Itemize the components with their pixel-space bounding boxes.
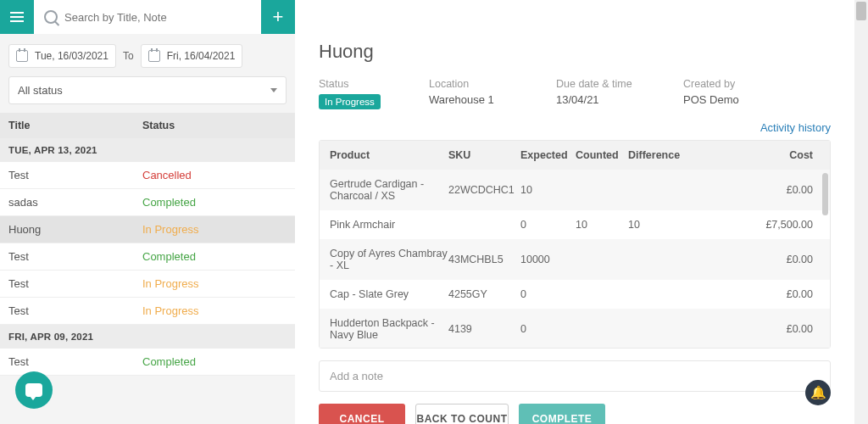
cell-expected: 0 (520, 219, 576, 231)
list-item[interactable]: HuongIn Progress (0, 216, 295, 243)
list-item-status: In Progress (142, 304, 287, 317)
date-filter: Tue, 16/03/2021 To Fri, 16/04/2021 (0, 34, 295, 73)
table-row: Hudderton Backpack - Navy Blue41390£0.00 (320, 309, 830, 348)
list-item[interactable]: TestCompleted (0, 243, 295, 271)
detail-panel: Huong Status In Progress Location Wareho… (295, 0, 854, 424)
cell-sku: 43MCHBL5 (448, 254, 520, 265)
calendar-icon (148, 50, 160, 62)
action-bar: CANCEL BACK TO COUNT COMPLETE (319, 404, 831, 424)
th-cost: Cost (692, 149, 820, 161)
list-item-status: In Progress (142, 277, 287, 290)
date-from[interactable]: Tue, 16/03/2021 (8, 44, 116, 68)
cell-counted: 10 (576, 219, 628, 231)
search-input[interactable] (64, 11, 251, 24)
list-header: Title Status (0, 113, 295, 138)
created-value: POS Demo (683, 93, 785, 106)
list-item-status: Cancelled (142, 169, 287, 181)
list-item[interactable]: TestCancelled (0, 162, 295, 189)
page-scrollbar-thumb[interactable] (856, 2, 866, 20)
cell-product: Copy of Ayres Chambray - XL (330, 248, 448, 271)
cell-cost: £0.00 (692, 184, 820, 196)
location-value: Warehouse 1 (429, 93, 556, 106)
list-item-status: Completed (142, 196, 287, 209)
cell-difference: 10 (628, 219, 692, 231)
cell-product: Pink Armchair (330, 219, 448, 231)
product-table: Product SKU Expected Counted Difference … (319, 140, 831, 349)
list-item-title: Test (8, 169, 142, 181)
cell-sku: 22WCDCHC1 (448, 184, 520, 196)
th-sku: SKU (448, 149, 520, 161)
calendar-icon (16, 50, 28, 62)
due-label: Due date & time (556, 78, 683, 90)
cell-product: Gertrude Cardigan - Charcoal / XS (330, 178, 448, 202)
add-button[interactable]: + (261, 0, 295, 34)
cell-expected: 0 (520, 288, 576, 300)
search-icon (44, 10, 58, 24)
cell-expected: 10 (520, 184, 576, 196)
th-difference: Difference (628, 149, 692, 161)
table-row: Cap - Slate Grey4255GY0£0.00 (320, 280, 830, 309)
date-from-value: Tue, 16/03/2021 (35, 50, 108, 62)
bell-icon: 🔔 (810, 385, 826, 400)
notifications-button[interactable]: 🔔 (805, 380, 831, 405)
col-title: Title (8, 120, 142, 131)
due-value: 13/04/21 (556, 93, 683, 106)
cell-expected: 10000 (520, 254, 576, 265)
table-row: Pink Armchair01010£7,500.00 (320, 210, 830, 239)
top-bar: + (0, 0, 295, 34)
page-title: Huong (319, 41, 831, 63)
cell-cost: £0.00 (692, 288, 820, 300)
list-item[interactable]: sadasCompleted (0, 189, 295, 216)
plus-icon: + (273, 8, 284, 26)
cell-cost: £0.00 (692, 254, 820, 265)
location-label: Location (429, 78, 556, 90)
date-to-value: Fri, 16/04/2021 (167, 50, 236, 62)
cell-sku: 4139 (448, 323, 520, 335)
page-scrollbar[interactable] (854, 0, 868, 424)
list-item[interactable]: TestIn Progress (0, 298, 295, 325)
scrollbar-thumb[interactable] (822, 173, 828, 215)
chevron-down-icon (270, 88, 277, 92)
table-header: Product SKU Expected Counted Difference … (320, 141, 830, 170)
status-select[interactable]: All status (8, 76, 287, 104)
complete-button[interactable]: COMPLETE (519, 404, 605, 424)
list-item[interactable]: TestCompleted (0, 349, 295, 376)
search-wrap (34, 0, 261, 34)
meta-row: Status In Progress Location Warehouse 1 … (319, 78, 831, 109)
list-item-status: Completed (142, 355, 287, 368)
cell-cost: £7,500.00 (692, 219, 820, 231)
to-label: To (123, 50, 134, 62)
hamburger-icon (10, 12, 24, 22)
chat-icon (25, 383, 42, 397)
table-row: Copy of Ayres Chambray - XL43MCHBL510000… (320, 239, 830, 280)
back-to-count-button[interactable]: BACK TO COUNT (415, 404, 509, 424)
activity-history-link[interactable]: Activity history (760, 121, 831, 134)
list-item-title: sadas (8, 196, 142, 209)
list-item-title: Test (8, 277, 142, 290)
cell-expected: 0 (520, 323, 576, 335)
created-label: Created by (683, 78, 785, 90)
date-to[interactable]: Fri, 16/04/2021 (141, 44, 243, 68)
list-item-title: Test (8, 355, 142, 368)
cell-sku: 4255GY (448, 288, 520, 300)
th-expected: Expected (520, 149, 576, 161)
left-panel: + Tue, 16/03/2021 To Fri, 16/04/2021 All… (0, 0, 295, 424)
list-item[interactable]: TestIn Progress (0, 271, 295, 298)
table-body[interactable]: Gertrude Cardigan - Charcoal / XS22WCDCH… (320, 170, 830, 348)
cell-cost: £0.00 (692, 323, 820, 335)
list-item-title: Huong (8, 223, 142, 236)
cancel-button[interactable]: CANCEL (319, 404, 405, 424)
list-group-header: TUE, APR 13, 2021 (0, 138, 295, 162)
record-list: TUE, APR 13, 2021TestCancelledsadasCompl… (0, 138, 295, 376)
chat-button[interactable] (15, 371, 53, 409)
status-label: Status (319, 78, 429, 90)
th-counted: Counted (576, 149, 628, 161)
menu-button[interactable] (0, 0, 34, 34)
list-item-status: In Progress (142, 223, 287, 236)
note-input[interactable]: Add a note (319, 360, 831, 392)
cell-product: Hudderton Backpack - Navy Blue (330, 317, 448, 341)
table-row: Gertrude Cardigan - Charcoal / XS22WCDCH… (320, 170, 830, 210)
list-item-title: Test (8, 250, 142, 263)
th-product: Product (330, 149, 448, 161)
list-item-status: Completed (142, 250, 287, 263)
